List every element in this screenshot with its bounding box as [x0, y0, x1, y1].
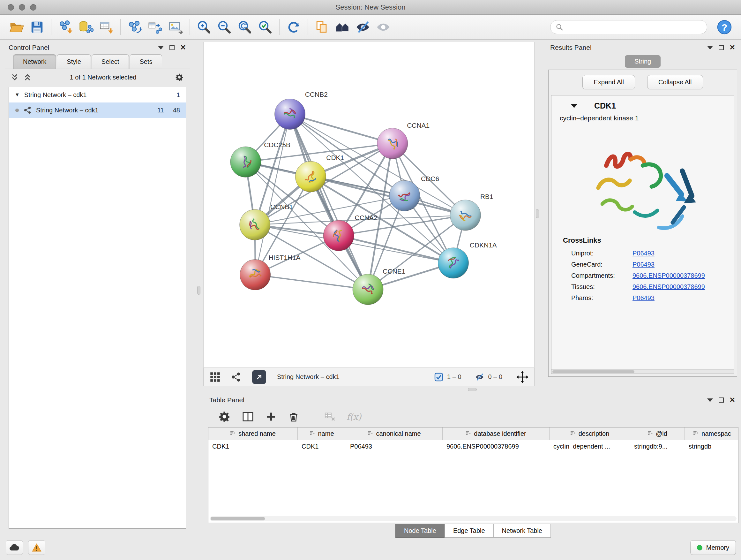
tab-node-table[interactable]: Node Table	[395, 524, 445, 538]
copy-document-button[interactable]	[312, 17, 332, 37]
results-horizontal-scrollbar[interactable]	[551, 369, 734, 374]
tab-sets[interactable]: Sets	[130, 54, 162, 69]
collapse-all-button[interactable]: Collapse All	[647, 75, 703, 89]
search-input[interactable]	[566, 23, 702, 30]
refresh-button[interactable]	[283, 17, 304, 37]
network-row[interactable]: String Network – cdk1 11 48	[9, 103, 186, 118]
delete-column-trash-icon[interactable]	[287, 410, 300, 423]
network-node-CCNB2[interactable]	[275, 99, 306, 130]
hidden-eye-slash-icon[interactable]	[475, 372, 484, 382]
crosslink-link[interactable]: P06493	[632, 261, 655, 268]
tab-edge-table[interactable]: Edge Table	[445, 524, 494, 538]
search-box[interactable]	[550, 20, 707, 34]
collapse-gene-icon[interactable]	[570, 104, 578, 108]
open-in-new-window-button[interactable]	[252, 370, 266, 384]
grid-view-icon[interactable]	[209, 371, 221, 383]
network-node-CCNA1[interactable]	[377, 128, 408, 159]
network-node-CCNB1[interactable]	[240, 209, 270, 240]
table-row[interactable]: CDK1CDK1P064939606.ENSP00000378699cyclin…	[208, 440, 738, 453]
zoom-fit-button[interactable]	[234, 17, 255, 37]
column-header-name[interactable]: name	[298, 428, 346, 440]
collapse-panel-icon[interactable]	[707, 398, 713, 402]
save-session-button[interactable]	[27, 17, 47, 37]
expand-all-button[interactable]: Expand All	[583, 75, 635, 89]
close-window-button[interactable]	[8, 4, 14, 10]
zoom-out-button[interactable]	[214, 17, 234, 37]
vertical-splitter-handle[interactable]	[536, 209, 539, 218]
cloud-button[interactable]	[6, 540, 23, 555]
tab-select[interactable]: Select	[91, 54, 129, 69]
help-button[interactable]: ?	[714, 17, 735, 37]
column-header-database-identifier[interactable]: database identifier	[443, 428, 549, 440]
gear-icon[interactable]	[175, 72, 184, 82]
vertical-splitter-handle[interactable]	[197, 286, 200, 295]
network-node-CCNE1[interactable]	[353, 274, 383, 305]
selection-checkbox-icon[interactable]	[434, 373, 443, 381]
float-panel-icon[interactable]	[170, 45, 175, 50]
close-panel-icon[interactable]: ✕	[730, 44, 735, 51]
network-node-HIST1H1A[interactable]	[240, 260, 271, 290]
network-node-CDC25B[interactable]	[230, 146, 261, 177]
show-all-button[interactable]	[373, 17, 394, 37]
import-network-file-button[interactable]	[55, 17, 76, 37]
crosslink-link[interactable]: P06493	[632, 250, 655, 257]
crosslink-link[interactable]: 9606.ENSP00000378699	[632, 283, 705, 291]
pan-crosshair-icon[interactable]	[516, 371, 529, 383]
network-graph[interactable]: CCNB2CCNA1CDC25BCDK1CDC6RB1CCNB1CCNA2CDK…	[204, 42, 534, 368]
crosslink-link[interactable]: 9606.ENSP00000378699	[632, 272, 705, 279]
warnings-button[interactable]	[28, 540, 45, 555]
network-node-CDC6[interactable]	[389, 180, 420, 211]
network-from-table-button[interactable]	[145, 17, 165, 37]
zoom-selected-button[interactable]	[255, 17, 275, 37]
open-session-button[interactable]	[6, 17, 27, 37]
collapse-panel-icon[interactable]	[707, 46, 713, 50]
network-view-canvas[interactable]: CCNB2CCNA1CDC25BCDK1CDC6RB1CCNB1CCNA2CDK…	[203, 42, 535, 368]
network-node-CDKN1A[interactable]	[438, 248, 469, 278]
network-view-icon[interactable]	[230, 372, 241, 382]
minimize-window-button[interactable]	[19, 4, 25, 10]
table-cell[interactable]: cyclin–dependent ...	[549, 440, 630, 453]
table-cell[interactable]: stringdb:9...	[630, 440, 685, 453]
expand-all-icon[interactable]	[23, 73, 31, 81]
tab-network[interactable]: Network	[13, 54, 56, 69]
column-header-description[interactable]: description	[549, 428, 630, 440]
column-header--id[interactable]: @id	[630, 428, 685, 440]
tree-expand-icon[interactable]: ▼	[15, 92, 20, 98]
network-node-RB1[interactable]	[450, 200, 481, 231]
tab-string[interactable]: String	[625, 55, 661, 68]
add-column-plus-icon[interactable]	[265, 411, 277, 423]
column-header-namespac[interactable]: namespac	[685, 428, 738, 440]
cybrowser-button[interactable]	[332, 17, 353, 37]
table-cell[interactable]: P06493	[346, 440, 443, 453]
zoom-in-button[interactable]	[194, 17, 214, 37]
import-table-file-button[interactable]	[96, 17, 117, 37]
export-image-button[interactable]	[165, 17, 186, 37]
close-panel-icon[interactable]: ✕	[180, 44, 186, 51]
tab-style[interactable]: Style	[57, 54, 91, 69]
float-panel-icon[interactable]	[719, 397, 724, 402]
memory-button[interactable]: Memory	[690, 540, 736, 555]
crosslink-link[interactable]: P06493	[632, 294, 655, 302]
table-cell[interactable]: CDK1	[298, 440, 346, 453]
scrollbar-thumb[interactable]	[211, 517, 265, 520]
hide-selected-button[interactable]	[353, 17, 373, 37]
float-panel-icon[interactable]	[719, 45, 724, 50]
new-network-button[interactable]	[125, 17, 145, 37]
network-node-CCNA2[interactable]	[323, 220, 354, 251]
tab-network-table[interactable]: Network Table	[493, 524, 551, 538]
table-cell[interactable]: CDK1	[208, 440, 298, 453]
import-network-database-button[interactable]	[76, 17, 96, 37]
network-collection-row[interactable]: ▼ String Network – cdk1 1	[9, 87, 186, 103]
column-header-shared-name[interactable]: shared name	[208, 428, 298, 440]
gene-card-header[interactable]: CDK1	[551, 96, 734, 113]
table-horizontal-scrollbar[interactable]	[210, 516, 737, 521]
network-node-CDK1[interactable]	[295, 161, 326, 192]
column-header-canonical-name[interactable]: canonical name	[346, 428, 443, 440]
table-cell[interactable]: 9606.ENSP00000378699	[443, 440, 549, 453]
collapse-panel-icon[interactable]	[158, 46, 164, 50]
table-settings-gear-icon[interactable]	[218, 410, 231, 423]
collapse-all-icon[interactable]	[10, 73, 19, 81]
show-columns-icon[interactable]	[241, 410, 255, 423]
close-panel-icon[interactable]: ✕	[730, 396, 735, 403]
zoom-window-button[interactable]	[30, 4, 37, 10]
